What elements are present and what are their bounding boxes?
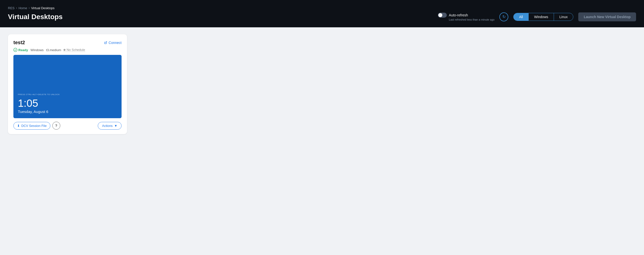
- refresh-button[interactable]: ↻: [499, 13, 508, 21]
- actions-button[interactable]: Actions ▼: [98, 122, 122, 130]
- breadcrumb-chevron-2: ›: [28, 6, 30, 10]
- svg-point-0: [14, 48, 17, 52]
- no-schedule-dot: [64, 49, 66, 51]
- status-badge: Ready: [14, 48, 28, 52]
- auto-refresh-row: Auto-refresh: [438, 13, 468, 18]
- filter-linux-button[interactable]: Linux: [554, 13, 573, 21]
- preview-date: Tuesday, August 6: [18, 110, 117, 114]
- auto-refresh-group: Auto-refresh Last refreshed less than a …: [438, 13, 494, 21]
- breadcrumb: RES › Home › Virtual Desktops: [8, 6, 636, 10]
- check-circle-icon: [14, 48, 17, 52]
- launch-new-desktop-button[interactable]: Launch New Virtual Desktop: [578, 13, 636, 21]
- header-row: Virtual Desktops Auto-refresh Last refre…: [8, 13, 636, 21]
- breadcrumb-res[interactable]: RES: [8, 6, 15, 10]
- desktop-name: test2: [14, 40, 25, 46]
- status-text: Ready: [18, 48, 28, 52]
- dcv-btn-label: DCV Session File: [21, 124, 47, 128]
- breadcrumb-current: Virtual Desktops: [31, 6, 54, 10]
- info-button[interactable]: ?: [52, 122, 60, 130]
- header: RES › Home › Virtual Desktops Virtual De…: [0, 0, 644, 27]
- card-meta: Ready Windows t3.medium No Schedule: [14, 48, 122, 52]
- info-icon: ?: [55, 124, 58, 128]
- main-content: test2 Connect Ready Windows t3.medium: [0, 27, 644, 255]
- chevron-down-icon: ▼: [114, 124, 117, 128]
- toggle-knob: [438, 13, 442, 17]
- preview-small-text: PRESS CTRL+ALT+DELETE TO UNLOCK: [18, 93, 60, 96]
- breadcrumb-chevron-1: ›: [16, 6, 17, 10]
- no-schedule-badge: No Schedule: [64, 48, 85, 52]
- page-title: Virtual Desktops: [8, 13, 62, 21]
- connect-label: Connect: [109, 41, 122, 45]
- breadcrumb-home[interactable]: Home: [18, 6, 27, 10]
- connect-link[interactable]: Connect: [104, 41, 122, 45]
- filter-all-button[interactable]: All: [514, 13, 529, 21]
- dcv-session-file-button[interactable]: ⬇ DCV Session File: [14, 122, 50, 130]
- desktop-card: test2 Connect Ready Windows t3.medium: [8, 34, 127, 134]
- auto-refresh-label: Auto-refresh: [449, 13, 468, 17]
- card-actions: ⬇ DCV Session File ? Actions ▼: [14, 122, 122, 130]
- actions-label: Actions: [102, 124, 113, 128]
- card-actions-left: ⬇ DCV Session File ?: [14, 122, 60, 130]
- desktop-preview: PRESS CTRL+ALT+DELETE TO UNLOCK 1:05 Tue…: [14, 55, 122, 118]
- card-header: test2 Connect: [14, 40, 122, 46]
- header-controls: Auto-refresh Last refreshed less than a …: [438, 13, 636, 21]
- auto-refresh-sub: Last refreshed less than a minute ago: [449, 18, 494, 21]
- os-label: Windows: [30, 48, 44, 52]
- auto-refresh-toggle[interactable]: [438, 13, 447, 18]
- filter-windows-button[interactable]: Windows: [529, 13, 554, 21]
- filter-group: All Windows Linux: [513, 13, 573, 21]
- no-schedule-text: No Schedule: [66, 48, 85, 52]
- refresh-icon: ↻: [502, 15, 506, 19]
- download-icon: ⬇: [17, 124, 20, 128]
- preview-time: 1:05: [18, 98, 117, 109]
- instance-label: t3.medium: [46, 48, 61, 52]
- external-link-icon: [104, 41, 108, 45]
